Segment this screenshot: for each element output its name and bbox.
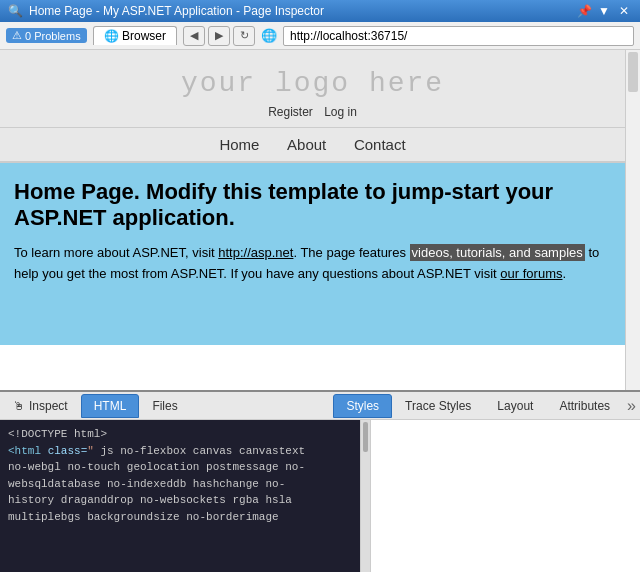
layout-tab-label: Layout: [497, 399, 533, 413]
html-tab-label: HTML: [94, 399, 127, 413]
expand-icon[interactable]: »: [627, 397, 636, 415]
files-tab[interactable]: Files: [139, 394, 190, 418]
devtools-panel: 🖱 Inspect HTML Files Styles Trace Styles…: [0, 390, 640, 572]
title-bar-controls: 📌 ▼ ✕: [576, 4, 632, 18]
address-bar[interactable]: [283, 26, 634, 46]
close-button[interactable]: ✕: [616, 4, 632, 18]
login-link[interactable]: Log in: [324, 105, 357, 119]
html-line-6: multiplebgs backgroundsize no-borderimag…: [8, 509, 362, 526]
html-line-3: no-webgl no-touch geolocation postmessag…: [8, 459, 362, 476]
html-line-2: <html class=" js no-flexbox canvas canva…: [8, 443, 362, 460]
body-end: .: [562, 266, 566, 281]
site-nav: Home About Contact: [0, 128, 625, 163]
inspect-icon: 🖱: [13, 399, 25, 413]
globe-icon: 🌐: [261, 28, 277, 43]
highlight-text: videos, tutorials, and samples: [410, 244, 585, 261]
trace-styles-label: Trace Styles: [405, 399, 471, 413]
pin-button[interactable]: 📌: [576, 4, 592, 18]
attr-class: class=: [48, 445, 88, 457]
styles-tab[interactable]: Styles: [333, 394, 392, 418]
hero-section: Home Page. Modify this template to jump-…: [0, 163, 625, 345]
refresh-button[interactable]: ↻: [233, 26, 255, 46]
html-scroll-thumb[interactable]: [363, 422, 368, 452]
title-bar: 🔍 Home Page - My ASP.NET Application - P…: [0, 0, 640, 22]
layout-tab[interactable]: Layout: [484, 394, 546, 418]
body-mid: . The page features: [293, 245, 409, 260]
html-pane: <!DOCTYPE html> <html class=" js no-flex…: [0, 420, 370, 572]
devtools-right-tabs: Styles Trace Styles Layout Attributes »: [333, 394, 640, 418]
warning-icon: ⚠: [12, 29, 22, 42]
html-pane-scrollbar[interactable]: [360, 420, 370, 572]
inspect-label: Inspect: [29, 399, 68, 413]
register-link[interactable]: Register: [268, 105, 313, 119]
logo: your logo here: [0, 68, 625, 99]
scroll-thumb[interactable]: [628, 52, 638, 92]
attributes-tab[interactable]: Attributes: [546, 394, 623, 418]
page-header: your logo here Register Log in: [0, 50, 625, 128]
browser-viewport: your logo here Register Log in Home Abou…: [0, 50, 640, 390]
html-doctype: <!DOCTYPE html>: [8, 426, 362, 443]
attributes-tab-label: Attributes: [559, 399, 610, 413]
styles-tab-label: Styles: [346, 399, 379, 413]
trace-styles-tab[interactable]: Trace Styles: [392, 394, 484, 418]
hero-body: To learn more about ASP.NET, visit http:…: [14, 243, 611, 285]
html-line-5: history draganddrop no-websockets rgba h…: [8, 492, 362, 509]
html-line-4: websqldatabase no-indexeddb hashchange n…: [8, 476, 362, 493]
hero-title-bold: Home Page.: [14, 179, 140, 204]
browser-tab-label: Browser: [122, 29, 166, 43]
browser-scrollbar[interactable]: [625, 50, 640, 390]
hero-title: Home Page. Modify this template to jump-…: [14, 179, 611, 231]
files-tab-label: Files: [152, 399, 177, 413]
back-button[interactable]: ◀: [183, 26, 205, 46]
devtools-tab-row: 🖱 Inspect HTML Files Styles Trace Styles…: [0, 392, 640, 420]
asp-link[interactable]: http://asp.net: [218, 245, 293, 260]
title-bar-text: Home Page - My ASP.NET Application - Pag…: [29, 4, 324, 18]
html-tab[interactable]: HTML: [81, 394, 140, 418]
problems-badge[interactable]: ⚠ 0 Problems: [6, 28, 87, 43]
problems-label: 0 Problems: [25, 30, 81, 42]
attr-value: ": [87, 445, 94, 457]
auth-links: Register Log in: [0, 105, 625, 119]
page-content: your logo here Register Log in Home Abou…: [0, 50, 625, 390]
nav-about[interactable]: About: [287, 136, 326, 153]
forward-button[interactable]: ▶: [208, 26, 230, 46]
minimize-button[interactable]: ▼: [596, 4, 612, 18]
class-val: js no-flexbox canvas canvastext: [94, 445, 305, 457]
title-bar-left: 🔍 Home Page - My ASP.NET Application - P…: [8, 4, 324, 18]
styles-pane: [370, 420, 640, 572]
toolbar: ⚠ 0 Problems 🌐 Browser ◀ ▶ ↻ 🌐: [0, 22, 640, 50]
devtools-left-tabs: 🖱 Inspect HTML Files: [0, 394, 191, 418]
body-prefix: To learn more about ASP.NET, visit: [14, 245, 218, 260]
devtools-body: <!DOCTYPE html> <html class=" js no-flex…: [0, 420, 640, 572]
browser-icon: 🌐: [104, 29, 119, 43]
nav-buttons: ◀ ▶ ↻: [183, 26, 255, 46]
browser-tab[interactable]: 🌐 Browser: [93, 26, 177, 45]
nav-home[interactable]: Home: [219, 136, 259, 153]
app-icon: 🔍: [8, 4, 23, 18]
forums-link[interactable]: our forums: [500, 266, 562, 281]
inspect-tab[interactable]: 🖱 Inspect: [0, 394, 81, 418]
nav-contact[interactable]: Contact: [354, 136, 406, 153]
tag-html: <html: [8, 445, 41, 457]
